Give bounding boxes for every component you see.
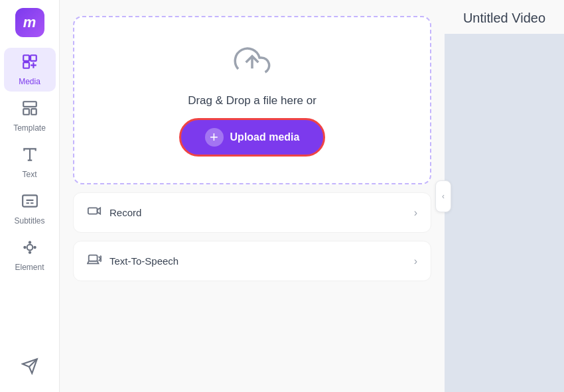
element-icon [21, 239, 38, 260]
svg-rect-1 [31, 55, 36, 61]
tts-chevron-icon: › [414, 255, 417, 267]
app-logo[interactable]: m [15, 8, 44, 37]
tts-icon [87, 252, 102, 270]
sidebar-item-element-label: Element [15, 263, 44, 272]
svg-rect-12 [88, 208, 98, 214]
record-icon [87, 204, 102, 222]
main-content: Drag & Drop a file here or + Upload medi… [60, 0, 564, 392]
sidebar-item-subtitles-label: Subtitles [14, 216, 44, 226]
sidebar-item-template[interactable]: Template [4, 94, 56, 138]
sidebar-item-media[interactable]: Media [4, 48, 56, 92]
upload-media-button[interactable]: + Upload media [179, 118, 326, 157]
svg-point-11 [28, 251, 31, 253]
sidebar-item-text[interactable]: Text [4, 141, 56, 184]
collapse-handle[interactable]: ‹ [435, 180, 451, 212]
record-chevron-icon: › [414, 207, 417, 219]
svg-rect-5 [31, 109, 36, 115]
left-panel: Drag & Drop a file here or + Upload medi… [60, 0, 445, 392]
cloud-upload-icon [234, 44, 271, 84]
template-icon [21, 99, 38, 121]
media-icon [21, 53, 38, 74]
svg-rect-4 [23, 109, 29, 115]
upload-media-label: Upload media [230, 131, 300, 143]
video-preview [445, 34, 564, 392]
sidebar-item-media-label: Media [19, 77, 40, 86]
drag-drop-text: Drag & Drop a file here or [188, 94, 317, 107]
send-icon [21, 358, 38, 379]
tts-label: Text-To-Speech [109, 255, 178, 267]
sidebar-item-subtitles[interactable]: Subtitles [4, 187, 56, 231]
record-option[interactable]: Record › [73, 192, 431, 233]
upload-plus-icon: + [205, 128, 224, 147]
sidebar-item-element[interactable]: Element [4, 233, 56, 277]
tts-option[interactable]: Text-To-Speech › [73, 241, 431, 281]
drop-zone[interactable]: Drag & Drop a file here or + Upload medi… [73, 16, 431, 184]
video-title: Untitled Video [463, 0, 545, 34]
sidebar-item-template-label: Template [13, 123, 46, 133]
panel-area: Drag & Drop a file here or + Upload medi… [60, 0, 564, 392]
svg-point-10 [28, 241, 31, 243]
svg-rect-0 [23, 55, 29, 61]
subtitles-icon [21, 192, 38, 214]
svg-rect-2 [23, 62, 29, 68]
record-label: Record [109, 207, 141, 218]
app-logo-letter: m [23, 14, 36, 31]
text-icon [21, 146, 38, 167]
svg-point-9 [33, 246, 36, 249]
sidebar-item-text-label: Text [22, 170, 36, 179]
sidebar: m Media Template [0, 0, 60, 392]
sidebar-item-more[interactable] [4, 352, 56, 384]
svg-point-8 [23, 246, 26, 249]
svg-point-7 [27, 245, 33, 251]
right-panel: ‹ Untitled Video [445, 0, 564, 392]
svg-rect-13 [89, 255, 98, 261]
svg-rect-3 [23, 101, 36, 107]
